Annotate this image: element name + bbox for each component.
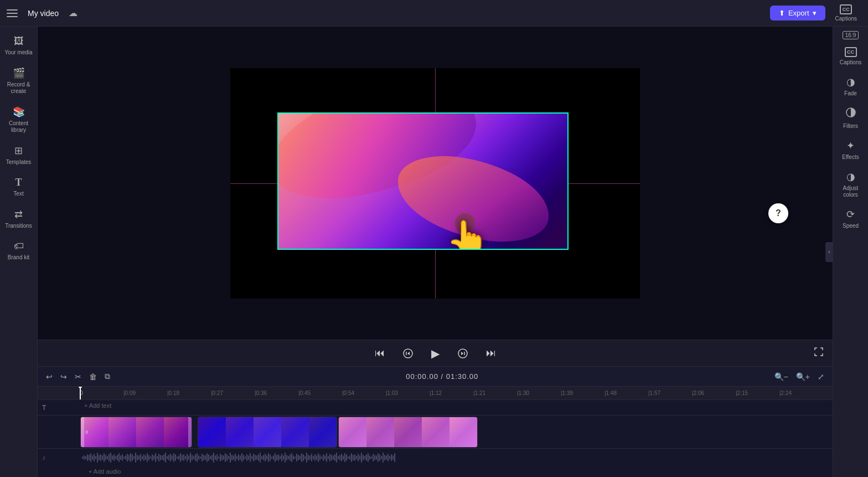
sidebar-item-templates[interactable]: ⊞ Templates (2, 140, 35, 170)
audio-bar (160, 455, 161, 460)
save-cloud-icon[interactable]: ☁ (69, 8, 78, 18)
audio-bar (334, 454, 335, 461)
redo-button[interactable]: ↪ (59, 371, 69, 383)
sidebar-item-transitions[interactable]: ⇄ Transitions (2, 204, 35, 234)
cursor-click-effect (455, 213, 475, 233)
zoom-out-button[interactable]: 🔍− (773, 371, 790, 383)
audio-bar (364, 456, 365, 459)
video-container[interactable]: 👆 (230, 68, 640, 299)
skip-to-start-button[interactable]: ⏮ (373, 345, 387, 361)
audio-bar (303, 454, 304, 461)
audio-bar (351, 453, 352, 462)
zoom-group: 🔍− 🔍+ ⤢ (773, 371, 826, 383)
zoom-in-button[interactable]: 🔍+ (794, 371, 812, 383)
sidebar-item-label-text: Text (13, 191, 23, 197)
clip-group-1[interactable]: ⏸ (80, 417, 192, 448)
record-create-icon: 🎬 (13, 67, 25, 79)
delete-button[interactable]: 🗑 (87, 371, 99, 383)
ruler-18: |0:18 (167, 390, 211, 396)
audio-track-label: ♪ (38, 454, 80, 461)
ratio-badge[interactable]: 16:9 (843, 31, 859, 39)
fullscreen-button[interactable] (814, 347, 824, 360)
project-title[interactable]: My video (23, 7, 63, 20)
audio-bar (270, 454, 271, 461)
rewind-button[interactable] (400, 346, 416, 361)
video-preview-area: 👆 ? (38, 27, 833, 340)
sidebar-item-text[interactable]: T Text (2, 172, 35, 202)
captions-panel[interactable]: CC Captions (831, 4, 861, 22)
audio-waveform (80, 449, 833, 466)
clip-frame-14 (450, 417, 477, 448)
right-panel-collapse-handle[interactable]: ‹ (825, 242, 833, 262)
audio-bar (268, 453, 269, 462)
add-text-button[interactable]: + Add text (80, 402, 111, 409)
audio-bar (391, 454, 392, 461)
audio-bar (113, 454, 115, 461)
undo-button[interactable]: ↩ (44, 371, 54, 383)
clip-handle-left-1[interactable] (81, 417, 84, 447)
audio-bar (359, 455, 360, 460)
right-panel-captions[interactable]: CC Captions (835, 43, 867, 70)
right-panel-filters[interactable]: Filters (835, 102, 867, 134)
clip-frame-12 (394, 417, 422, 448)
clip-group-2[interactable] (198, 417, 337, 448)
right-panel-fade[interactable]: ◑ Fade (835, 71, 867, 101)
add-audio-button[interactable]: + Add audio (84, 468, 121, 475)
fit-button[interactable]: ⤢ (816, 371, 826, 383)
audio-bar (260, 453, 261, 463)
audio-track-row: ♪ + Add audio (38, 449, 833, 466)
audio-track-icon: ♪ (42, 454, 45, 461)
play-button[interactable]: ▶ (429, 345, 442, 362)
audio-bar (228, 456, 229, 459)
ruler-148: |1:48 (604, 390, 648, 396)
audio-bar (137, 455, 138, 460)
menu-icon[interactable] (7, 8, 18, 19)
audio-bar (211, 455, 213, 460)
selected-clip[interactable]: 👆 (277, 112, 569, 250)
audio-bar (256, 455, 257, 460)
center-wrapper: 👆 ? ⏮ ▶ ⏭ ↩ (38, 27, 833, 477)
clip-frame-13 (422, 417, 450, 448)
duplicate-button[interactable]: ⧉ (103, 370, 112, 383)
sidebar-item-content-library[interactable]: 📚 Contentlibrary (2, 101, 35, 138)
ruler-224: |2:24 (779, 390, 823, 396)
right-panel-effects[interactable]: ✦ Effects (835, 135, 867, 165)
audio-bar (373, 454, 374, 461)
audio-bar (294, 457, 296, 459)
skip-to-end-button[interactable]: ⏭ (484, 345, 498, 361)
sidebar-item-brand-kit[interactable]: 🏷 Brand kit (2, 236, 35, 265)
text-track-content[interactable]: + Add text (80, 400, 833, 415)
clip-group-3[interactable] (338, 417, 478, 448)
main-area: 🖼 Your media 🎬 Record &create 📚 Contentl… (0, 27, 868, 477)
audio-bar (203, 455, 204, 460)
audio-bar (178, 455, 179, 460)
audio-bar (231, 455, 232, 460)
left-sidebar: 🖼 Your media 🎬 Record &create 📚 Contentl… (0, 27, 38, 477)
audio-bar (248, 455, 249, 460)
sidebar-item-record-create[interactable]: 🎬 Record &create (2, 63, 35, 99)
clip-handle-right-1[interactable] (188, 417, 192, 447)
audio-bar (336, 453, 337, 463)
forward-button[interactable] (455, 346, 471, 361)
help-button[interactable]: ? (768, 203, 788, 223)
audio-bar (155, 453, 156, 462)
brand-kit-icon: 🏷 (14, 240, 24, 252)
audio-bar (378, 453, 379, 462)
audio-bar (225, 453, 226, 462)
sidebar-item-your-media[interactable]: 🖼 Your media (2, 31, 35, 60)
audio-bar (90, 453, 91, 462)
export-chevron-icon: ▾ (813, 9, 817, 17)
audio-bar (381, 456, 382, 459)
right-panel-speed[interactable]: ⟳ Speed (835, 204, 867, 234)
your-media-icon: 🖼 (14, 35, 24, 47)
ruler-157: |1:57 (648, 390, 692, 396)
timeline-playhead[interactable] (80, 387, 81, 399)
audio-bar (266, 455, 267, 460)
audio-bar (314, 454, 316, 461)
audio-bar (168, 455, 169, 460)
right-panel-adjust-colors[interactable]: ◑ Adjustcolors (835, 166, 867, 203)
export-button[interactable]: ⬆ Export ▾ (770, 6, 825, 20)
cut-button[interactable]: ✂ (73, 371, 83, 383)
audio-bar (193, 456, 194, 459)
audio-bar (304, 456, 306, 459)
